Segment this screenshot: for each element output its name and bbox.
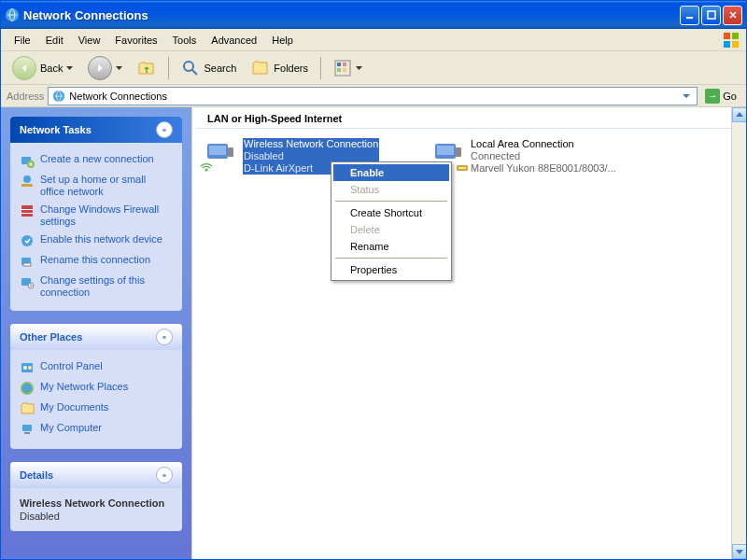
chevron-up-icon: « [156, 329, 173, 345]
settings-icon [20, 274, 35, 289]
context-menu-separator [335, 258, 447, 259]
toolbar: Back Search Folders [1, 51, 746, 85]
link-text: Control Panel [40, 360, 103, 372]
task-enable-device[interactable]: Enable this network device [20, 231, 173, 251]
menu-tools[interactable]: Tools [165, 33, 204, 48]
views-button[interactable] [328, 56, 368, 80]
place-my-documents[interactable]: My Documents [20, 399, 173, 419]
svg-rect-10 [343, 63, 346, 66]
menu-file[interactable]: File [7, 33, 38, 48]
dropdown-arrow-icon [116, 66, 122, 70]
place-my-computer[interactable]: My Computer [20, 419, 173, 440]
chevron-up-icon: « [156, 467, 173, 483]
network-setup-icon [20, 174, 35, 189]
firewall-icon [20, 203, 35, 218]
svg-rect-23 [23, 263, 31, 266]
forward-button[interactable] [82, 53, 128, 83]
folders-button[interactable]: Folders [246, 56, 314, 80]
panel-header-places[interactable]: Other Places « [10, 324, 182, 350]
ctx-rename[interactable]: Rename [333, 238, 449, 255]
forward-icon [88, 56, 112, 80]
svg-rect-17 [21, 184, 33, 187]
search-icon [181, 59, 200, 77]
vertical-scrollbar[interactable] [731, 107, 746, 559]
control-panel-icon [20, 360, 35, 375]
main-view: LAN or High-Speed Internet Wireless Netw… [191, 107, 746, 559]
minimize-button[interactable] [680, 6, 699, 25]
link-text: Change settings of this connection [40, 274, 173, 299]
link-text: Change Windows Firewall settings [40, 203, 173, 228]
toolbar-separator [168, 57, 169, 79]
close-button[interactable] [723, 6, 742, 25]
panel-header-details[interactable]: Details « [10, 462, 182, 488]
svg-rect-12 [343, 68, 346, 72]
ctx-enable[interactable]: Enable [333, 164, 449, 181]
svg-rect-5 [724, 41, 730, 48]
panel-title: Network Tasks [20, 124, 92, 135]
menu-view[interactable]: View [71, 33, 108, 48]
svg-point-28 [28, 366, 32, 370]
scroll-up-button[interactable] [732, 107, 746, 122]
scroll-down-button[interactable] [732, 544, 746, 559]
link-text: My Computer [40, 422, 102, 434]
address-label: Address [7, 91, 44, 102]
connection-lan[interactable]: Local Area Connection Connected Marvell … [431, 138, 637, 175]
svg-rect-20 [21, 213, 33, 214]
panel-body: Create a new connection Set up a home or… [10, 143, 182, 311]
back-button[interactable]: Back [7, 53, 78, 83]
search-label: Search [204, 63, 236, 74]
connection-name: Wireless Network Connection [244, 138, 378, 150]
svg-rect-3 [724, 33, 730, 39]
place-network-places[interactable]: My Network Places [20, 378, 173, 399]
rename-icon [20, 254, 35, 269]
menu-favorites[interactable]: Favorites [107, 33, 164, 48]
content-area: Network Tasks « Create a new connection … [1, 107, 746, 559]
go-button[interactable]: → Go [701, 88, 740, 105]
task-create-connection[interactable]: Create a new connection [20, 150, 173, 171]
views-icon [333, 59, 352, 77]
task-firewall-settings[interactable]: Change Windows Firewall settings [20, 201, 173, 231]
details-panel: Details « Wireless Network Connection Di… [10, 462, 182, 531]
link-text: Create a new connection [40, 153, 154, 165]
maximize-button[interactable] [701, 6, 721, 25]
dropdown-arrow-icon [356, 66, 362, 70]
go-label: Go [723, 91, 737, 102]
wireless-signal-icon [200, 161, 213, 174]
task-setup-network[interactable]: Set up a home or small office network [20, 171, 173, 201]
connection-adapter: Marvell Yukon 88E8001/8003/... [471, 162, 616, 175]
menu-advanced[interactable]: Advanced [204, 33, 264, 48]
ctx-create-shortcut[interactable]: Create Shortcut [333, 204, 449, 221]
address-input[interactable]: Network Connections [48, 87, 698, 105]
chevron-up-icon: « [156, 121, 173, 138]
svg-rect-19 [21, 209, 33, 210]
menu-edit[interactable]: Edit [38, 33, 71, 48]
window-controls [680, 6, 742, 25]
back-label: Back [40, 63, 63, 74]
menu-bar: File Edit View Favorites Tools Advanced … [1, 29, 746, 51]
network-tasks-panel: Network Tasks « Create a new connection … [10, 117, 182, 311]
connection-name: Local Area Connection [471, 138, 616, 150]
panel-title: Other Places [20, 331, 82, 343]
documents-icon [20, 401, 35, 416]
svg-point-21 [21, 235, 33, 246]
task-rename-connection[interactable]: Rename this connection [20, 251, 173, 272]
ctx-properties[interactable]: Properties [333, 261, 449, 278]
task-change-settings[interactable]: Change settings of this connection [20, 272, 173, 301]
svg-rect-11 [337, 68, 341, 72]
menu-help[interactable]: Help [264, 33, 301, 48]
search-button[interactable]: Search [176, 56, 242, 80]
link-text: My Documents [40, 401, 108, 413]
panel-header-tasks[interactable]: Network Tasks « [10, 117, 182, 143]
connection-status: Connected [471, 150, 616, 162]
dropdown-arrow-icon [66, 66, 73, 70]
new-connection-icon [20, 153, 35, 168]
up-button[interactable] [132, 56, 162, 80]
svg-point-27 [23, 366, 27, 370]
context-menu: Enable Status Create Shortcut Delete Ren… [331, 161, 452, 281]
svg-point-16 [23, 175, 31, 183]
dropdown-arrow-icon[interactable] [680, 90, 693, 103]
place-control-panel[interactable]: Control Panel [20, 357, 173, 378]
svg-rect-38 [456, 147, 461, 157]
svg-point-7 [184, 62, 193, 71]
link-text: My Network Places [40, 381, 128, 393]
